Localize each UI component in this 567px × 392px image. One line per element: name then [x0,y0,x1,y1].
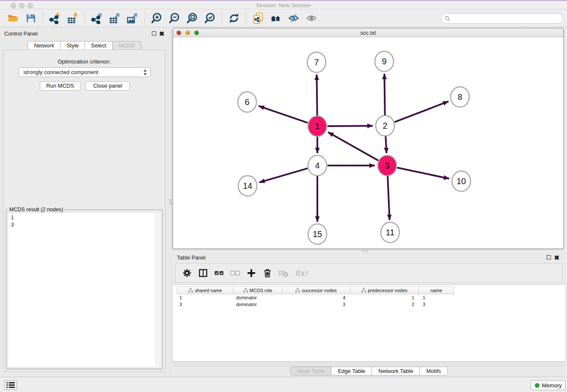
graph-edge-3-11[interactable] [388,176,390,220]
table-tab-node-table[interactable]: Node Table [290,367,332,375]
task-history-button[interactable] [4,380,17,390]
toolbar-separator [222,11,222,25]
run-mcds-button[interactable]: Run MCDS [40,81,80,91]
export-image-button[interactable] [126,12,139,25]
tab-style[interactable]: Style [61,41,85,50]
eye-icon [306,12,317,24]
select-all-columns-button[interactable] [214,268,225,279]
table-row[interactable]: 1dominator411 [177,294,565,301]
network-window-titlebar[interactable]: scc.txt [173,28,563,37]
export-image-icon [127,12,138,24]
criterion-select[interactable]: strongly connected component [19,67,151,77]
panel-splitter[interactable] [169,27,173,377]
zoom-in-button[interactable] [150,12,163,25]
delete-table-button[interactable] [278,268,289,279]
graph-edge-1-6[interactable] [259,106,308,123]
table-tab-edge-table[interactable]: Edge Table [331,367,372,375]
toolbar-separator [144,11,145,25]
table-cell-name[interactable]: 1 [420,294,456,301]
status-bar: Memory [0,377,567,392]
column-sort-icon [243,288,248,293]
graph-edge-3-1[interactable] [328,132,378,160]
close-table-panel-icon[interactable]: ✖ [554,255,559,260]
graph-edge-3-10[interactable] [397,168,449,179]
graph-edge-2-8[interactable] [394,101,449,122]
search-input[interactable] [451,14,563,23]
horizontal-splitter-handle[interactable] [362,249,368,252]
table-cell-predecessor-nodes[interactable]: 2 [351,301,420,308]
table-settings-button[interactable] [182,268,193,279]
table-row[interactable]: 3dominator323 [177,301,565,308]
unselect-all-columns-button[interactable] [230,268,241,279]
table-cell-successor-nodes[interactable]: 4 [283,294,351,301]
clone-network-icon [252,12,264,24]
network-canvas[interactable]: 7968124314101511 [173,37,563,248]
table-scroll-strip[interactable] [173,361,565,367]
table-cell-shared-name[interactable]: 3 [177,301,234,308]
zoom-fit-button[interactable] [186,12,198,25]
node-table: shared nameMCDS rolesuccessor nodesprede… [173,284,565,361]
memory-button[interactable]: Memory [531,380,566,390]
float-table-panel-icon[interactable] [547,255,551,259]
tab-select[interactable]: Select [85,41,113,50]
delete-columns-button[interactable] [262,268,273,279]
import-network-button[interactable] [49,12,61,25]
control-panel-tabbar: NetworkStyleSelectMCDS [0,41,169,50]
add-column-button[interactable] [246,268,257,279]
plus-icon [246,268,256,278]
graph-edge-2-3[interactable] [385,136,386,153]
clone-network-button[interactable] [252,12,264,25]
table-tab-network-table[interactable]: Network Table [372,367,420,375]
table-cell-name[interactable]: 3 [420,301,456,308]
tab-network[interactable]: Network [28,41,61,50]
column-header-successor-nodes[interactable]: successor nodes [282,286,350,294]
checked-boxes-icon [214,268,224,278]
open-session-button[interactable] [7,12,19,25]
table-tab-motifs[interactable]: Motifs [420,367,448,375]
close-panel-button[interactable]: Close panel [85,81,130,91]
zoom-out-icon [168,12,180,24]
zoom-selected-button[interactable] [204,12,216,25]
result-scrollbar[interactable] [155,213,161,367]
network-graph[interactable]: 7968124314101511 [173,37,563,248]
table-cell-successor-nodes[interactable]: 3 [283,301,351,308]
criterion-label: Optimization criterion: [3,58,165,65]
column-header-predecessor-nodes[interactable]: predecessor nodes [350,286,419,294]
column-header-name[interactable]: name [418,286,454,294]
search-box[interactable] [441,13,563,24]
mcds-result-box: MCDS result (2 nodes) 13 [6,210,162,369]
show-all-button[interactable] [305,12,318,25]
import-table-button[interactable] [66,12,79,25]
graph-edge-4-14[interactable] [259,168,308,182]
column-header-shared-name[interactable]: shared name [177,286,234,294]
table-cell-mcds-role[interactable]: dominator [234,301,283,308]
toolbar-separator [246,11,246,25]
show-columns-button[interactable] [198,268,209,279]
table-cell-shared-name[interactable]: 1 [177,294,234,301]
graph-edge-2-9[interactable] [384,74,385,116]
save-session-button[interactable] [25,12,37,25]
export-table-button[interactable] [108,12,121,25]
manage-networks-button[interactable] [270,12,282,25]
close-panel-icon[interactable]: ✖ [159,31,165,36]
open-folder-icon [7,12,19,24]
column-sort-icon [295,288,300,293]
table-cell-mcds-role[interactable]: dominator [234,294,283,301]
column-sort-icon [361,288,366,293]
hide-selected-button[interactable] [287,12,300,25]
graph-edge-1-7[interactable] [317,75,317,116]
function-builder-button[interactable]: f(x) [295,269,307,277]
export-network-button[interactable] [91,12,103,25]
table-cell-predecessor-nodes[interactable]: 1 [351,294,420,301]
graph-edge-1-2[interactable] [328,126,373,126]
tab-mcds[interactable]: MCDS [113,41,141,50]
refresh-layout-button[interactable] [228,12,240,25]
export-network-icon [91,12,103,24]
float-panel-icon[interactable] [152,31,156,36]
mcds-result-line: 3 [11,221,157,229]
splitter-handle[interactable] [169,199,172,204]
memory-status-dot [535,383,539,388]
column-header-label: successor nodes [302,288,337,293]
zoom-out-button[interactable] [168,12,181,25]
column-header-mcds-role[interactable]: MCDS role [233,286,282,294]
